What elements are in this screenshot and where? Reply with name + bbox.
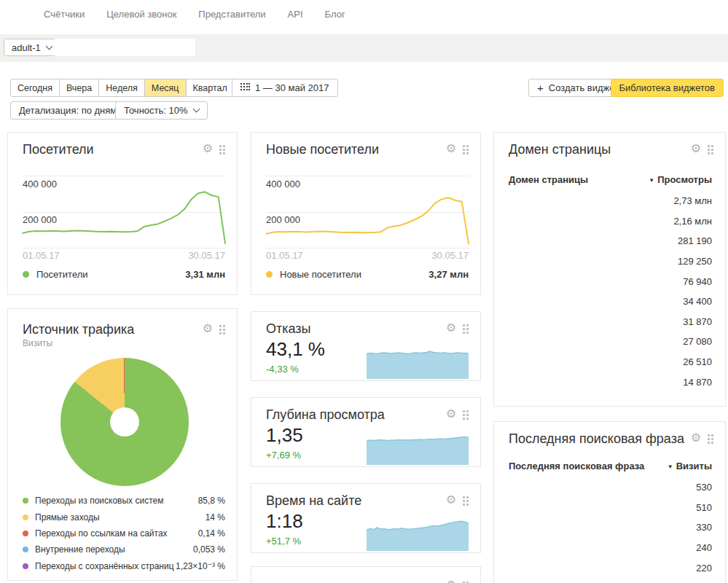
- widget-last-search-phrase: Последняя поисковая фраза ⚙ Последняя по…: [493, 421, 726, 583]
- nav-item-representatives[interactable]: Представители: [198, 9, 265, 20]
- period-quarter[interactable]: Квартал: [187, 79, 235, 97]
- legend-item: Новые посетители 3,27 млн: [266, 269, 469, 280]
- legend-value: 85,8 %: [198, 496, 225, 506]
- x-end-label: 30.05.17: [188, 250, 225, 261]
- legend-dot: [23, 498, 28, 504]
- donut-hole: [110, 407, 139, 437]
- create-widget-label: Создать виджет: [549, 82, 619, 93]
- widget-library-label: Библиотека виджетов: [619, 82, 716, 93]
- nav-item-target-call[interactable]: Целевой звонок: [106, 9, 176, 20]
- drag-handle-icon[interactable]: [219, 145, 225, 154]
- row-value: 34 400: [683, 296, 712, 307]
- column-header-metric[interactable]: ▼Просмотры: [649, 174, 712, 185]
- drag-handle-icon[interactable]: [708, 434, 713, 444]
- widget-title: Последняя поисковая фраза: [509, 431, 684, 447]
- plus-icon: +: [537, 82, 544, 94]
- gear-icon[interactable]: ⚙: [203, 324, 213, 334]
- calendar-grid-icon: [240, 83, 250, 93]
- column-header-dimension: Последняя поисковая фраза: [509, 461, 644, 472]
- widget-title: Новые посетители: [266, 142, 379, 157]
- table-row: 76 940: [509, 271, 712, 292]
- legend-label: Посетители: [36, 269, 88, 280]
- period-week[interactable]: Неделя: [99, 79, 145, 97]
- gear-icon[interactable]: ⚙: [446, 409, 456, 419]
- row-value: 129 250: [678, 256, 712, 267]
- gear-icon[interactable]: ⚙: [691, 144, 701, 154]
- widget-library-button[interactable]: Библиотека виджетов: [611, 79, 724, 97]
- table-row: 330: [509, 517, 712, 538]
- widget-new-visitors: Новые посетители ⚙ 400 000 200 000 01.05…: [251, 132, 481, 295]
- gear-icon[interactable]: ⚙: [691, 433, 701, 443]
- counter-bar: adult-1: [0, 34, 728, 62]
- table-row: 31 870: [509, 312, 712, 332]
- drag-handle-icon[interactable]: [219, 325, 225, 334]
- drag-handle-icon[interactable]: [463, 496, 469, 506]
- column-header-dimension: Домен страницы: [509, 174, 588, 185]
- x-start-label: 01.05.17: [23, 250, 60, 261]
- widget-time-on-site: Время на сайте ⚙ 1:18 +51,7 %: [251, 483, 481, 553]
- table-row: 27 080: [509, 332, 712, 352]
- new-visitors-chart: [266, 176, 469, 249]
- sort-desc-icon: ▼: [649, 177, 654, 184]
- date-range-button[interactable]: 1 — 30 май 2017: [232, 79, 338, 97]
- depth-sparkline: [367, 430, 469, 465]
- drag-handle-icon[interactable]: [708, 145, 713, 154]
- row-value: 220: [696, 563, 712, 574]
- table-row: 129 250: [509, 251, 712, 272]
- date-range-label: 1 — 30 май 2017: [255, 82, 329, 93]
- legend-total: 3,27 млн: [428, 269, 469, 280]
- metric-delta: +7,69 %: [266, 450, 301, 461]
- column-header-metric[interactable]: ▼Визиты: [668, 461, 712, 472]
- nav-item-blog[interactable]: Блог: [325, 9, 345, 20]
- row-value: 76 940: [683, 276, 712, 287]
- table-row: 240: [509, 538, 712, 558]
- widget-subtitle: Визиты: [23, 338, 52, 348]
- widget-bounce-rate: Отказы ⚙ 43,1 % -4,33 %: [251, 311, 481, 381]
- widget-title: Глубина просмотра: [266, 407, 385, 423]
- gear-icon[interactable]: ⚙: [446, 144, 456, 154]
- drag-handle-icon[interactable]: [463, 145, 469, 154]
- widget-title: Отказы: [266, 321, 311, 337]
- nav-item-counters[interactable]: Счётчики: [44, 9, 85, 20]
- table-row: 34 400: [509, 292, 712, 312]
- search-input[interactable]: [55, 39, 195, 56]
- visitors-chart: [23, 176, 225, 249]
- accuracy-label: Точность: 10%: [124, 105, 188, 116]
- period-month[interactable]: Месяц: [145, 79, 187, 97]
- gear-icon[interactable]: ⚙: [446, 495, 456, 505]
- metric-value: 1,35: [266, 424, 303, 447]
- period-yesterday[interactable]: Вчера: [60, 79, 99, 97]
- counter-select[interactable]: adult-1: [4, 39, 60, 56]
- legend-value: 1,23×10⁻³ %: [176, 561, 225, 571]
- gear-icon[interactable]: ⚙: [446, 323, 456, 333]
- drag-handle-icon[interactable]: [463, 410, 469, 420]
- widget-view-depth: Глубина просмотра ⚙ 1,35 +7,69 %: [251, 397, 481, 467]
- table-row: 26 510: [509, 352, 712, 372]
- gear-icon[interactable]: ⚙: [446, 580, 456, 583]
- row-value: 14 870: [683, 377, 712, 388]
- widget-title: Источник трафика: [23, 322, 134, 337]
- legend-item: Прямые заходы14 %: [23, 509, 225, 525]
- metric-value: 1:18: [266, 510, 303, 533]
- table-row: 2,73 млн: [509, 191, 712, 211]
- drag-handle-icon[interactable]: [463, 324, 469, 334]
- legend-total: 3,31 млн: [185, 269, 225, 280]
- legend-value: 14 %: [206, 512, 225, 523]
- gear-icon[interactable]: ⚙: [203, 144, 213, 154]
- legend-label: Переходы с сохранённых страниц: [35, 561, 174, 571]
- row-value: 530: [696, 482, 712, 493]
- detail-label: Детализация: по дням: [19, 105, 117, 116]
- x-end-label: 30.05.17: [431, 250, 469, 261]
- row-value: 240: [696, 542, 712, 553]
- nav-item-api[interactable]: API: [288, 9, 303, 20]
- top-nav: Счётчики Целевой звонок Представители AP…: [0, 0, 728, 34]
- legend-label: Внутренние переходы: [35, 544, 125, 555]
- legend-dot: [23, 514, 28, 520]
- legend-dot: [23, 547, 28, 552]
- legend-item: Переходы с сохранённых страниц1,23×10⁻³ …: [23, 558, 225, 574]
- period-today[interactable]: Сегодня: [10, 79, 60, 97]
- table-row: 510: [509, 498, 712, 518]
- accuracy-dropdown[interactable]: Точность: 10%: [115, 101, 208, 120]
- row-value: 27 080: [683, 336, 712, 347]
- row-value: 330: [696, 522, 712, 533]
